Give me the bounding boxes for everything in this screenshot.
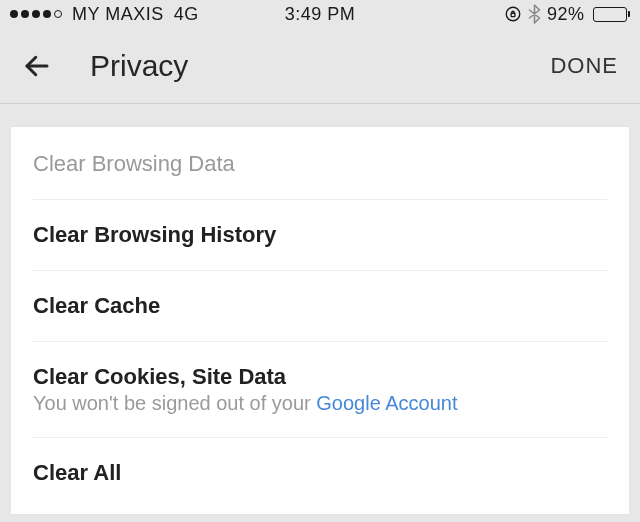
item-label: Clear Browsing History — [33, 222, 607, 248]
nav-bar: Privacy DONE — [0, 28, 640, 104]
settings-panel: Clear Browsing Data Clear Browsing Histo… — [10, 126, 630, 515]
arrow-left-icon — [22, 51, 52, 81]
status-left: MY MAXIS 4G — [10, 4, 199, 25]
signal-strength-icon — [10, 10, 62, 18]
network-type: 4G — [174, 4, 199, 25]
subtext-prefix: You won't be signed out of your — [33, 392, 316, 414]
back-button[interactable] — [22, 51, 52, 81]
clock: 3:49 PM — [285, 4, 356, 25]
google-account-link[interactable]: Google Account — [316, 392, 457, 414]
clear-history-item[interactable]: Clear Browsing History — [33, 200, 607, 271]
svg-point-0 — [506, 7, 520, 21]
svg-rect-1 — [511, 13, 515, 16]
item-subtext: You won't be signed out of your Google A… — [33, 392, 607, 415]
done-button[interactable]: DONE — [550, 53, 618, 79]
clear-cookies-item[interactable]: Clear Cookies, Site Data You won't be si… — [33, 342, 607, 438]
clear-cache-item[interactable]: Clear Cache — [33, 271, 607, 342]
item-label: Clear Cache — [33, 293, 607, 319]
item-label: Clear Cookies, Site Data — [33, 364, 607, 390]
carrier-label: MY MAXIS — [72, 4, 164, 25]
status-bar: MY MAXIS 4G 3:49 PM 92% — [0, 0, 640, 28]
bluetooth-icon — [528, 4, 541, 24]
section-header: Clear Browsing Data — [33, 127, 607, 200]
item-label: Clear All — [33, 460, 607, 486]
clear-all-item[interactable]: Clear All — [33, 438, 607, 514]
battery-icon — [593, 7, 631, 22]
battery-percentage: 92% — [547, 4, 585, 25]
status-right: 92% — [504, 4, 630, 25]
orientation-lock-icon — [504, 5, 522, 23]
page-title: Privacy — [90, 49, 188, 83]
